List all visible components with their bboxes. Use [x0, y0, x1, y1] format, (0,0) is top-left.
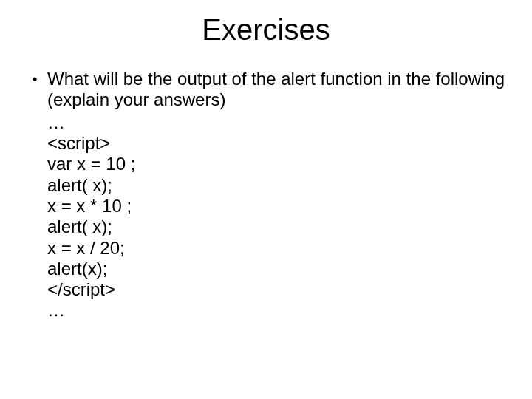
- code-line: …: [47, 300, 510, 321]
- code-line: </script>: [47, 279, 510, 300]
- code-line: x = x / 20;: [47, 238, 510, 259]
- slide-body: • What will be the output of the alert f…: [0, 69, 532, 321]
- code-line: <script>: [47, 133, 510, 154]
- code-line: alert(x);: [47, 259, 510, 279]
- slide-title: Exercises: [0, 0, 532, 69]
- code-line: alert( x);: [47, 175, 510, 196]
- code-line: alert( x);: [47, 216, 510, 237]
- slide: Exercises • What will be the output of t…: [0, 0, 532, 399]
- code-line: x = x * 10 ;: [47, 196, 510, 216]
- code-line: var x = 10 ;: [47, 154, 510, 174]
- bullet-item: • What will be the output of the alert f…: [22, 69, 510, 111]
- bullet-text: What will be the output of the alert fun…: [47, 69, 510, 111]
- code-line: …: [47, 112, 510, 133]
- bullet-dot: •: [22, 69, 47, 89]
- code-block: … <script> var x = 10 ; alert( x); x = x…: [47, 112, 510, 321]
